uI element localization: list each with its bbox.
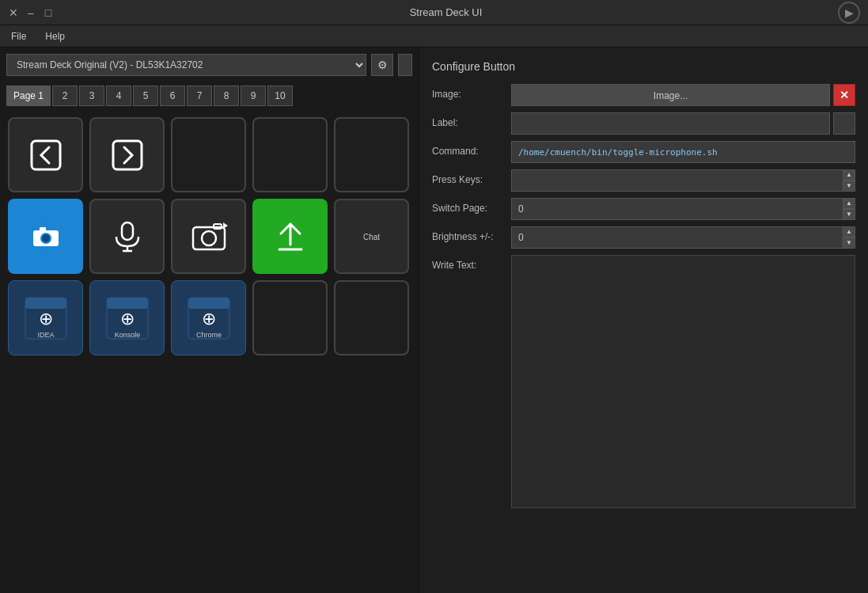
switch-page-spinner: ▲ ▼ <box>843 198 855 220</box>
deck-button-14[interactable] <box>334 280 409 355</box>
idea-icon: ⊕ IDEA <box>22 295 70 342</box>
maximize-button[interactable]: □ <box>43 7 54 18</box>
deck-button-camera[interactable] <box>171 199 246 274</box>
svg-text:⊕: ⊕ <box>39 309 53 329</box>
svg-marker-13 <box>223 222 228 229</box>
image-clear-button[interactable]: ✕ <box>833 84 855 106</box>
window-controls: ✕ – □ <box>8 7 54 18</box>
brightness-down[interactable]: ▼ <box>843 238 855 249</box>
image-controls: Image... ✕ <box>511 84 855 106</box>
deck-button-0[interactable] <box>8 117 83 192</box>
page-tab-10[interactable]: 10 <box>267 86 293 106</box>
prev-arrow-icon <box>30 139 62 171</box>
left-panel: Stream Deck Original (V2) - DL53K1A32702… <box>0 48 419 593</box>
press-keys-row: Press Keys: ▲ ▼ <box>432 169 855 192</box>
page-tab-5[interactable]: 5 <box>133 86 158 106</box>
menu-file[interactable]: File <box>6 29 31 44</box>
page-tab-3[interactable]: 3 <box>79 86 104 106</box>
page-tab-8[interactable]: 8 <box>214 86 239 106</box>
menu-help[interactable]: Help <box>40 29 70 44</box>
svg-rect-24 <box>188 298 229 309</box>
press-keys-label: Press Keys: <box>432 169 511 185</box>
label-checkbox[interactable] <box>833 112 855 135</box>
deck-button-mic[interactable] <box>89 199 165 274</box>
chrome-icon: ⊕ Chrome <box>185 295 233 342</box>
press-keys-controls: ▲ ▼ <box>511 169 855 192</box>
deck-button-2[interactable] <box>171 117 246 192</box>
deck-button-chat[interactable]: Chat <box>334 199 409 274</box>
svg-rect-0 <box>32 141 60 169</box>
label-input[interactable] <box>511 112 830 135</box>
brightness-input[interactable] <box>511 226 843 249</box>
window-title: Stream Deck UI <box>54 6 838 18</box>
command-label: Command: <box>432 141 511 157</box>
right-panel: Configure Button Image: Image... ✕ Label… <box>419 48 868 593</box>
upload-icon <box>273 219 308 254</box>
gear-button[interactable]: ⚙ <box>371 54 393 76</box>
svg-rect-1 <box>113 141 142 169</box>
close-button[interactable]: ✕ <box>8 7 19 18</box>
command-input[interactable] <box>511 141 855 163</box>
chat-label: Chat <box>363 233 380 241</box>
label-label: Label: <box>432 112 511 128</box>
page-tab-2[interactable]: 2 <box>52 86 78 106</box>
device-row: Stream Deck Original (V2) - DL53K1A32702… <box>0 48 419 82</box>
deck-button-4[interactable] <box>334 117 409 192</box>
config-title: Configure Button <box>432 60 855 73</box>
image-row: Image: Image... ✕ <box>432 84 855 106</box>
svg-text:Konsole: Konsole <box>114 331 140 339</box>
svg-rect-7 <box>122 222 133 240</box>
press-keys-input[interactable] <box>511 169 843 192</box>
switch-page-up[interactable]: ▲ <box>843 198 855 209</box>
brightness-up[interactable]: ▲ <box>843 226 855 238</box>
switch-page-input[interactable] <box>511 198 843 220</box>
page-tab-1[interactable]: Page 1 <box>6 86 51 106</box>
minimize-button[interactable]: – <box>25 7 36 18</box>
deck-button-13[interactable] <box>252 280 328 355</box>
press-keys-down[interactable]: ▼ <box>843 181 855 192</box>
svg-text:⊕: ⊕ <box>202 309 216 329</box>
svg-rect-16 <box>25 298 66 309</box>
svg-point-5 <box>42 234 50 242</box>
write-text-input[interactable] <box>511 255 855 508</box>
microphone-icon <box>110 219 145 254</box>
page-tab-9[interactable]: 9 <box>241 86 266 106</box>
main-layout: Stream Deck Original (V2) - DL53K1A32702… <box>0 48 868 593</box>
svg-text:⊕: ⊕ <box>120 309 135 329</box>
device-selector[interactable]: Stream Deck Original (V2) - DL53K1A32702 <box>6 54 366 76</box>
camera-icon <box>190 218 228 256</box>
deck-button-konsole[interactable]: ⊕ Konsole <box>89 280 165 355</box>
stream-deck-icon: ▶ <box>838 2 860 24</box>
write-text-row: Write Text: <box>432 255 855 574</box>
deck-button-1[interactable] <box>89 117 165 192</box>
image-label: Image: <box>432 84 511 100</box>
svg-text:Chrome: Chrome <box>195 331 221 339</box>
svg-rect-6 <box>40 227 46 231</box>
zoom-icon <box>25 216 66 257</box>
deck-button-3[interactable] <box>252 117 328 192</box>
write-text-label: Write Text: <box>432 255 511 271</box>
command-row: Command: <box>432 141 855 163</box>
svg-rect-20 <box>107 298 148 309</box>
deck-button-upload[interactable] <box>252 199 328 274</box>
image-button[interactable]: Image... <box>511 84 830 106</box>
page-tabs: Page 1 2 3 4 5 6 7 8 9 10 <box>0 82 419 109</box>
label-row: Label: <box>432 112 855 135</box>
switch-page-label: Switch Page: <box>432 198 511 214</box>
next-arrow-icon <box>112 139 143 171</box>
deck-button-chrome[interactable]: ⊕ Chrome <box>171 280 246 355</box>
press-keys-spinner: ▲ ▼ <box>843 169 855 192</box>
press-keys-up[interactable]: ▲ <box>843 169 855 181</box>
deck-button-zoom[interactable] <box>8 199 83 274</box>
button-grid: Chat ⊕ IDEA <box>0 109 419 593</box>
profile-button[interactable] <box>398 54 412 76</box>
brightness-row: Brightness +/-: ▲ ▼ <box>432 226 855 249</box>
konsole-icon: ⊕ Konsole <box>104 295 151 342</box>
brightness-label: Brightness +/-: <box>432 226 511 242</box>
deck-button-idea[interactable]: ⊕ IDEA <box>8 280 83 355</box>
switch-page-down[interactable]: ▼ <box>843 209 855 220</box>
page-tab-6[interactable]: 6 <box>160 86 185 106</box>
page-tab-4[interactable]: 4 <box>106 86 131 106</box>
page-tab-7[interactable]: 7 <box>187 86 212 106</box>
switch-page-controls: ▲ ▼ <box>511 198 855 220</box>
